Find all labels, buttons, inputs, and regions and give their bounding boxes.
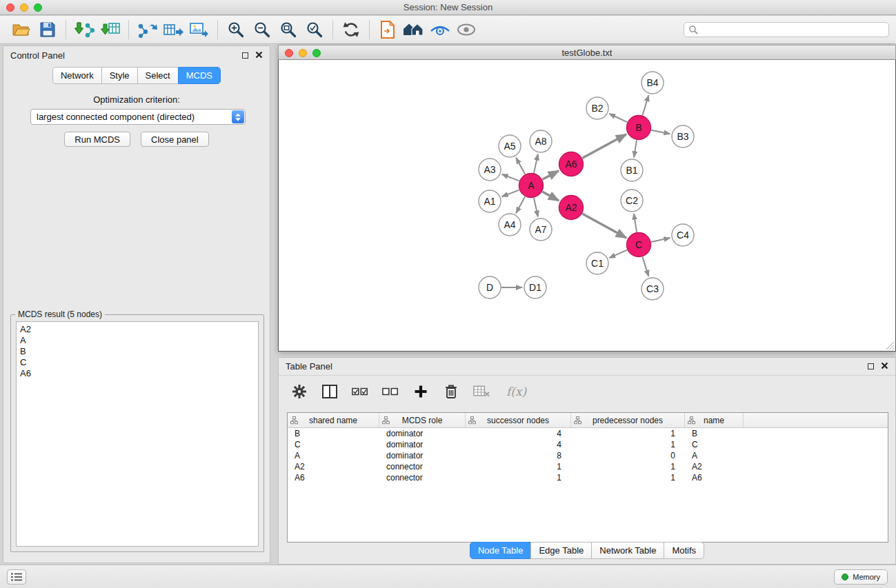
graph-node-C2[interactable]: C2: [621, 190, 643, 212]
optimization-criterion-dropdown[interactable]: largest connected component (directed): [30, 109, 246, 125]
graph-node-A3[interactable]: A3: [479, 159, 501, 181]
graph-edge-C-C4[interactable]: [651, 238, 670, 242]
close-panel-icon[interactable]: [255, 50, 263, 61]
import-network-file-button[interactable]: [71, 19, 97, 41]
graph-edge-C-C3[interactable]: [643, 257, 649, 276]
table-row[interactable]: Adominator80A: [288, 450, 888, 461]
float-table-panel-icon[interactable]: [868, 363, 874, 369]
open-folder-button[interactable]: [8, 19, 34, 41]
task-history-button[interactable]: [7, 569, 26, 585]
graph-node-B[interactable]: B: [627, 116, 651, 140]
import-table-file-button[interactable]: [97, 19, 123, 41]
show-graphics-details-button[interactable]: [453, 19, 479, 41]
search-box[interactable]: [684, 22, 889, 37]
home-button[interactable]: [401, 19, 427, 41]
graph-node-B2[interactable]: B2: [586, 97, 608, 119]
graph-edge-A-A7[interactable]: [534, 198, 538, 216]
graph-edge-A-A2[interactable]: [542, 192, 559, 201]
table-row[interactable]: A6connector11A6: [288, 472, 888, 483]
close-table-panel-icon[interactable]: [881, 361, 888, 372]
style-eye-button[interactable]: [427, 19, 453, 41]
delete-table-button[interactable]: [473, 383, 490, 400]
resize-grip-icon[interactable]: [886, 341, 895, 350]
close-mcds-panel-button[interactable]: Close panel: [141, 132, 209, 147]
mcds-result-item[interactable]: B: [20, 346, 255, 357]
graph-node-D1[interactable]: D1: [524, 276, 546, 298]
network-window-titlebar[interactable]: testGlobe.txt: [278, 45, 896, 60]
table-tab-node-table[interactable]: Node Table: [470, 542, 532, 559]
table-row[interactable]: Cdominator41C: [288, 439, 888, 450]
control-tab-network[interactable]: Network: [52, 67, 102, 84]
graph-edge-A-A5[interactable]: [516, 158, 525, 174]
graph-node-A6[interactable]: A6: [559, 152, 584, 176]
table-settings-button[interactable]: [291, 383, 308, 400]
column-header-name[interactable]: name: [685, 413, 744, 427]
graph-edge-C-C1[interactable]: [609, 250, 627, 258]
graph-node-C1[interactable]: C1: [586, 252, 608, 274]
refresh-button[interactable]: [338, 19, 364, 41]
column-header-shared-name[interactable]: shared name: [288, 413, 379, 427]
graph-node-B3[interactable]: B3: [672, 125, 694, 148]
delete-column-button[interactable]: [443, 383, 459, 400]
control-tab-style[interactable]: Style: [101, 67, 138, 84]
graph-edge-B-B2[interactable]: [609, 114, 627, 122]
open-session-document-button[interactable]: [375, 19, 401, 41]
graph-edge-B-B4[interactable]: [642, 95, 648, 115]
graph-node-B1[interactable]: B1: [621, 159, 643, 181]
show-columns-button[interactable]: [321, 383, 338, 400]
export-table-button[interactable]: [160, 19, 186, 41]
graph-node-A1[interactable]: A1: [479, 190, 501, 212]
graph-edge-A-A6[interactable]: [542, 171, 559, 180]
search-input[interactable]: [701, 23, 888, 36]
graph-node-A2[interactable]: A2: [559, 196, 584, 220]
mcds-result-item[interactable]: A: [20, 335, 255, 346]
export-network-button[interactable]: [134, 19, 160, 41]
table-row[interactable]: A2connector11A2: [288, 461, 888, 472]
deselect-all-rows-button[interactable]: [382, 383, 399, 400]
control-tab-select[interactable]: Select: [137, 67, 179, 84]
table-tab-network-table[interactable]: Network Table: [591, 542, 664, 559]
function-builder-button[interactable]: f(x): [506, 383, 526, 400]
graph-node-A8[interactable]: A8: [530, 130, 552, 152]
mcds-result-item[interactable]: A2: [20, 324, 255, 335]
graph-node-B4[interactable]: B4: [641, 72, 664, 94]
graph-node-A5[interactable]: A5: [499, 135, 521, 157]
graph-edge-A-A1[interactable]: [502, 190, 519, 197]
mcds-result-item[interactable]: A6: [20, 368, 255, 379]
graph-edge-A-A4[interactable]: [516, 196, 525, 213]
graph-node-A7[interactable]: A7: [530, 219, 552, 241]
graph-edge-A-A8[interactable]: [534, 154, 538, 173]
column-header-predecessor-nodes[interactable]: predecessor nodes: [571, 413, 685, 427]
zoom-selected-button[interactable]: [301, 19, 328, 41]
control-tab-mcds[interactable]: MCDS: [178, 67, 221, 84]
mcds-result-item[interactable]: C: [20, 357, 255, 368]
graph-node-C[interactable]: C: [627, 233, 651, 257]
column-header-MCDS-role[interactable]: MCDS role: [379, 413, 466, 427]
float-panel-icon[interactable]: [242, 52, 248, 59]
graph-node-C3[interactable]: C3: [641, 278, 664, 300]
mcds-result-list[interactable]: A2ABCA6: [16, 321, 259, 547]
memory-button[interactable]: Memory: [834, 569, 888, 585]
zoom-fit-button[interactable]: [275, 19, 301, 41]
graph-node-D[interactable]: D: [479, 276, 501, 298]
add-column-button[interactable]: [412, 383, 429, 400]
table-tab-edge-table[interactable]: Edge Table: [530, 542, 592, 559]
zoom-in-button[interactable]: [223, 19, 249, 41]
graph-edge-A2-C[interactable]: [582, 214, 626, 238]
graph-edge-B-B3[interactable]: [651, 130, 670, 134]
graph-node-C4[interactable]: C4: [672, 224, 694, 246]
graph-edge-C-C2[interactable]: [634, 214, 637, 232]
network-canvas[interactable]: B4B2BB3A5A8A6B1A3AC2A1A2A4A7CC4C1C3DD1: [278, 60, 896, 352]
table-tab-motifs[interactable]: Motifs: [664, 542, 704, 559]
graph-edge-B-B1[interactable]: [634, 140, 637, 157]
graph-edge-A6-B[interactable]: [582, 134, 626, 158]
zoom-out-button[interactable]: [249, 19, 275, 41]
table-row[interactable]: Bdominator41B: [288, 428, 888, 439]
column-header-successor-nodes[interactable]: successor nodes: [466, 413, 571, 427]
select-all-rows-button[interactable]: [352, 383, 368, 400]
graph-node-A4[interactable]: A4: [499, 214, 521, 236]
graph-node-A[interactable]: A: [519, 174, 544, 198]
export-image-button[interactable]: [186, 19, 212, 41]
graph-edge-A-A3[interactable]: [502, 174, 519, 181]
run-mcds-button[interactable]: Run MCDS: [64, 132, 130, 147]
